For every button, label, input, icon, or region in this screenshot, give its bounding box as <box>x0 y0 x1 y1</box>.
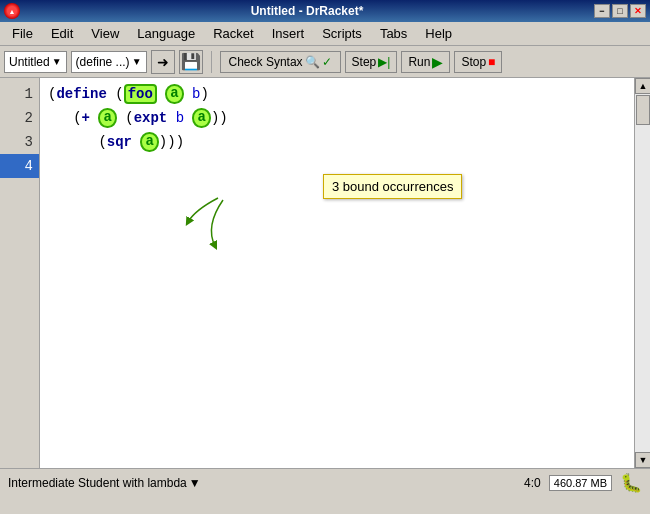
foo-identifier: foo <box>124 84 157 104</box>
titlebar-left: ▲ <box>4 3 20 19</box>
run-label: Run <box>408 55 430 69</box>
menu-file[interactable]: File <box>4 24 41 43</box>
tab-arrow: ▼ <box>52 56 62 67</box>
param-a-1: a <box>165 84 183 103</box>
titlebar-controls: − □ ✕ <box>594 4 646 18</box>
check-syntax-button[interactable]: Check Syntax 🔍 ✓ <box>220 51 341 73</box>
stop-icon: ■ <box>488 55 495 69</box>
titlebar: ▲ Untitled - DrRacket* − □ ✕ <box>0 0 650 22</box>
param-a-3: a <box>192 108 210 127</box>
language-selector[interactable]: Intermediate Student with lambda ▼ <box>8 476 201 490</box>
param-a-4: a <box>140 132 158 151</box>
check-syntax-label: Check Syntax <box>229 55 303 69</box>
run-button[interactable]: Run ▶ <box>401 51 450 73</box>
navigate-right-button[interactable]: ➜ <box>151 50 175 74</box>
run-icon: ▶ <box>432 54 443 70</box>
editor-container: 1 2 3 4 (define (foo a b) 3 bound occurr… <box>0 78 650 468</box>
define-label: (define ...) <box>76 55 130 69</box>
language-arrow: ▼ <box>189 476 201 490</box>
statusbar-left: Intermediate Student with lambda ▼ <box>8 476 201 490</box>
menu-insert[interactable]: Insert <box>264 24 313 43</box>
menu-help[interactable]: Help <box>417 24 460 43</box>
code-line-1: (define (foo a b) <box>48 82 626 106</box>
titlebar-title: Untitled - DrRacket* <box>20 4 594 18</box>
tab-label: Untitled <box>9 55 50 69</box>
tooltip-text: 3 bound occurrences <box>332 179 453 194</box>
menu-edit[interactable]: Edit <box>43 24 81 43</box>
scroll-track[interactable] <box>635 94 650 452</box>
status-bug-icon: 🐛 <box>620 472 642 494</box>
menu-scripts[interactable]: Scripts <box>314 24 370 43</box>
toolbar-separator <box>211 51 212 73</box>
tab-dropdown[interactable]: Untitled ▼ <box>4 51 67 73</box>
stop-button[interactable]: Stop ■ <box>454 51 502 73</box>
line-number-1: 1 <box>0 82 39 106</box>
stop-label: Stop <box>461 55 486 69</box>
define-arrow: ▼ <box>132 56 142 67</box>
step-icon: ▶| <box>378 55 390 69</box>
search-icon: 🔍 <box>305 55 320 69</box>
scrollbar: ▲ ▼ <box>634 78 650 468</box>
code-editor[interactable]: (define (foo a b) 3 bound occurrences (+… <box>40 78 634 468</box>
save-button[interactable]: 💾 <box>179 50 203 74</box>
close-button[interactable]: ✕ <box>630 4 646 18</box>
save-icon: 💾 <box>181 52 201 71</box>
line-numbers: 1 2 3 4 <box>0 78 40 468</box>
scroll-up-button[interactable]: ▲ <box>635 78 650 94</box>
line-number-3: 3 <box>0 130 39 154</box>
line-number-4: 4 <box>0 154 39 178</box>
statusbar-right: 4:0 460.87 MB 🐛 <box>524 472 642 494</box>
step-button[interactable]: Step ▶| <box>345 51 398 73</box>
cursor-position: 4:0 <box>524 476 541 490</box>
menu-racket[interactable]: Racket <box>205 24 261 43</box>
app-logo: ▲ <box>4 3 20 19</box>
param-a-2: a <box>98 108 116 127</box>
code-line-2: (+ a (expt b a)) <box>48 106 626 130</box>
define-dropdown[interactable]: (define ...) ▼ <box>71 51 147 73</box>
check-icon: ✓ <box>322 55 332 69</box>
scroll-down-button[interactable]: ▼ <box>635 452 650 468</box>
language-label: Intermediate Student with lambda <box>8 476 187 490</box>
step-label: Step <box>352 55 377 69</box>
minimize-button[interactable]: − <box>594 4 610 18</box>
menu-tabs[interactable]: Tabs <box>372 24 415 43</box>
maximize-button[interactable]: □ <box>612 4 628 18</box>
right-arrow-icon: ➜ <box>157 54 169 70</box>
statusbar: Intermediate Student with lambda ▼ 4:0 4… <box>0 468 650 496</box>
tooltip: 3 bound occurrences <box>323 174 462 199</box>
menu-language[interactable]: Language <box>129 24 203 43</box>
memory-usage: 460.87 MB <box>549 475 612 491</box>
menubar: File Edit View Language Racket Insert Sc… <box>0 22 650 46</box>
scroll-thumb[interactable] <box>636 95 650 125</box>
menu-view[interactable]: View <box>83 24 127 43</box>
toolbar: Untitled ▼ (define ...) ▼ ➜ 💾 Check Synt… <box>0 46 650 78</box>
code-line-3: (sqr a))) <box>48 130 626 154</box>
line-number-2: 2 <box>0 106 39 130</box>
